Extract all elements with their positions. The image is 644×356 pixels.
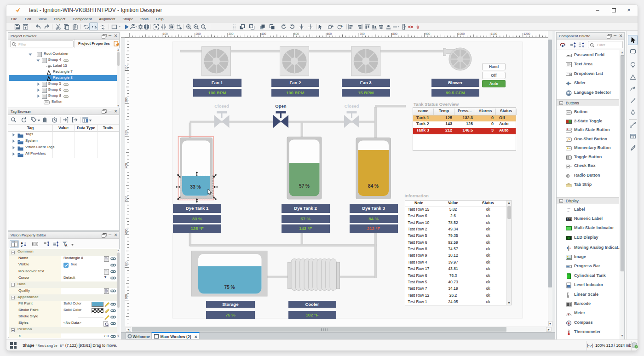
svg-text:300: 300 xyxy=(229,32,234,35)
svg-text:300: 300 xyxy=(125,130,128,135)
svg-text:57 %: 57 % xyxy=(299,184,310,189)
svg-text:2: 2 xyxy=(21,244,23,247)
svg-text:600: 600 xyxy=(327,32,332,35)
svg-text:100: 100 xyxy=(163,32,168,35)
svg-text:200: 200 xyxy=(196,32,201,35)
svg-text:1000: 1000 xyxy=(458,32,465,35)
svg-text:500: 500 xyxy=(294,32,299,35)
svg-text:123: 123 xyxy=(567,218,572,221)
svg-text:800: 800 xyxy=(125,294,128,299)
svg-text:600: 600 xyxy=(125,229,128,234)
svg-text:84 %: 84 % xyxy=(368,184,379,189)
svg-text:75 %: 75 % xyxy=(224,285,235,290)
svg-text:200: 200 xyxy=(125,98,128,103)
svg-text:88: 88 xyxy=(567,236,570,240)
svg-text:1200: 1200 xyxy=(523,32,530,35)
svg-text:33 %: 33 % xyxy=(190,184,201,189)
svg-text:700: 700 xyxy=(125,261,128,266)
svg-text:400: 400 xyxy=(261,32,266,35)
svg-text:1100: 1100 xyxy=(491,32,497,35)
svg-text:100: 100 xyxy=(125,64,128,69)
svg-text:900: 900 xyxy=(425,32,430,35)
svg-text:A: A xyxy=(65,243,68,247)
svg-text:700: 700 xyxy=(360,32,365,35)
svg-text:A: A xyxy=(340,24,343,28)
svg-text:500: 500 xyxy=(125,195,128,201)
svg-text:400: 400 xyxy=(125,163,128,168)
svg-text:800: 800 xyxy=(392,32,397,35)
